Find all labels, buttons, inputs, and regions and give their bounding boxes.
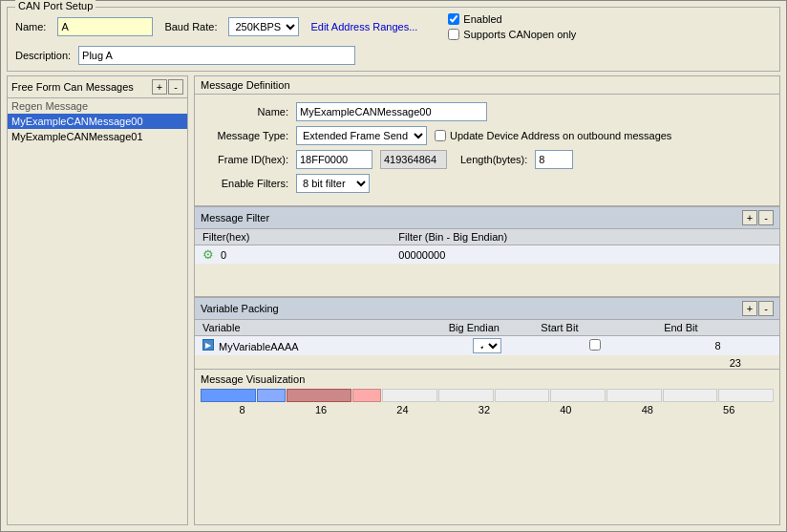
- top-row2: Description:: [15, 46, 772, 65]
- msg-type-select[interactable]: Extended Frame Send Standard Frame Send: [296, 126, 427, 145]
- add-message-button[interactable]: +: [152, 79, 167, 95]
- length-label: Length(bytes):: [460, 154, 527, 165]
- viz-block-blue2: [257, 389, 286, 402]
- var-startbit-val: 8: [656, 336, 779, 356]
- enabled-checkbox[interactable]: [448, 13, 459, 25]
- viz-block-empty5: [606, 389, 662, 402]
- left-panel-title: Free Form Can Messages: [11, 81, 134, 93]
- update-address-label: Update Device Address on outbound messag…: [450, 130, 671, 141]
- end-bit-display: 23: [195, 355, 779, 369]
- add-filter-button[interactable]: +: [742, 210, 757, 225]
- variable-table: Variable Big Endian Start Bit End Bit My…: [195, 320, 779, 355]
- filter-section-title: Message Filter: [201, 212, 269, 223]
- name-input[interactable]: [57, 17, 153, 36]
- filter-table: Filter(hex) Filter (Bin - Big Endian) ⚙ …: [195, 229, 779, 264]
- left-panel-buttons: + -: [152, 79, 183, 95]
- var-bigendian-cell: ✓: [441, 336, 534, 356]
- viz-label-48: 48: [642, 404, 653, 415]
- variable-icon: [202, 339, 214, 351]
- canopen-label: Supports CANopen only: [463, 29, 576, 40]
- update-address-checkbox[interactable]: [435, 130, 446, 141]
- message-visualization-section: Message Visualization: [195, 370, 779, 419]
- filter-section-header: Message Filter + -: [195, 206, 779, 229]
- list-item[interactable]: MyExampleCANMessage01: [8, 129, 187, 144]
- edit-address-ranges-link[interactable]: Edit Address Ranges...: [310, 21, 417, 32]
- viz-blocks: [201, 389, 774, 402]
- viz-label-32: 32: [479, 404, 490, 415]
- viz-block-empty2: [438, 389, 494, 402]
- var-buttons: + -: [742, 301, 774, 316]
- viz-title: Message Visualization: [201, 373, 774, 385]
- list-item[interactable]: Regen Message: [8, 98, 187, 114]
- message-list: Regen Message MyExampleCANMessage00 MyEx…: [8, 98, 187, 524]
- length-input[interactable]: [535, 150, 573, 169]
- var-startbit-cell: [533, 336, 656, 356]
- viz-labels: 8 16 24 32 40 48 56: [201, 404, 774, 415]
- filter-hex-value: 0: [221, 249, 226, 261]
- filter-enable-label: Enable Filters:: [202, 178, 288, 189]
- baud-rate-label: Baud Rate:: [164, 21, 217, 32]
- big-endian-select[interactable]: ✓: [473, 338, 501, 353]
- viz-label-40: 40: [560, 404, 571, 415]
- can-port-setup-title: CAN Port Setup: [15, 0, 96, 11]
- enabled-checkbox-group: Enabled: [448, 13, 576, 25]
- filter-buttons: + -: [742, 210, 774, 225]
- filter-type-select[interactable]: 8 bit filter None 16 bit filter: [296, 174, 370, 193]
- canopen-checkbox-group: Supports CANopen only: [448, 29, 576, 40]
- msg-name-input[interactable]: [296, 102, 487, 121]
- viz-block-empty4: [550, 389, 606, 402]
- viz-block-empty7: [718, 389, 774, 402]
- filter-enable-row: Enable Filters: 8 bit filter None 16 bit…: [202, 174, 772, 193]
- left-panel: Free Form Can Messages + - Regen Message…: [7, 75, 188, 525]
- top-row1: Name: Baud Rate: 250KBPS 125KBPS 500KBPS…: [15, 13, 772, 40]
- frame-id-hex-input[interactable]: [296, 150, 372, 169]
- big-endian-check[interactable]: [589, 339, 601, 351]
- filter-hex-cell: ⚙ 0: [195, 245, 391, 265]
- viz-label-8: 8: [240, 404, 245, 415]
- filter-icon: ⚙: [202, 247, 214, 262]
- remove-message-button[interactable]: -: [168, 79, 183, 95]
- var-col3: Start Bit: [533, 320, 656, 336]
- name-label: Name:: [15, 21, 46, 32]
- right-panel: Message Definition Name: Message Type: E…: [194, 75, 780, 525]
- remove-variable-button[interactable]: -: [758, 301, 774, 316]
- viz-block-blue1: [201, 389, 256, 402]
- enabled-label: Enabled: [463, 13, 501, 25]
- can-port-setup-group: CAN Port Setup Name: Baud Rate: 250KBPS …: [7, 7, 780, 72]
- filter-col1: Filter(hex): [195, 229, 391, 245]
- main-window: CAN Port Setup Name: Baud Rate: 250KBPS …: [0, 0, 787, 532]
- message-definition-title: Message Definition: [195, 76, 779, 95]
- msg-name-label: Name:: [202, 106, 288, 117]
- end-bit-value: 23: [730, 357, 741, 369]
- frame-id-label: Frame ID(hex):: [202, 154, 288, 165]
- viz-block-pink2: [352, 389, 381, 402]
- viz-label-56: 56: [723, 404, 734, 415]
- message-definition: Name: Message Type: Extended Frame Send …: [195, 95, 779, 206]
- main-content: Free Form Can Messages + - Regen Message…: [7, 75, 780, 525]
- list-item[interactable]: MyExampleCANMessage00: [8, 114, 187, 129]
- viz-block-empty1: [382, 389, 437, 402]
- baud-rate-select[interactable]: 250KBPS 125KBPS 500KBPS 1MBPS: [228, 17, 299, 36]
- enabled-section: Enabled Supports CANopen only: [448, 13, 576, 40]
- var-col1: Variable: [195, 320, 441, 336]
- table-row[interactable]: ⚙ 0 00000000: [195, 245, 779, 265]
- viz-label-24: 24: [396, 404, 408, 415]
- variable-packing-section: Variable Packing + - Variable Big Endian…: [195, 297, 779, 370]
- filter-section: Message Filter + - Filter(hex) Filter (B…: [195, 206, 779, 297]
- var-section-header: Variable Packing + -: [195, 297, 779, 320]
- viz-block-pink1: [287, 389, 352, 402]
- msg-type-label: Message Type:: [202, 130, 288, 141]
- frame-id-row: Frame ID(hex): Length(bytes):: [202, 150, 772, 169]
- update-address-group: Update Device Address on outbound messag…: [435, 130, 671, 141]
- msg-name-row: Name:: [202, 102, 772, 121]
- table-row[interactable]: MyVariableAAAA ✓ 8: [195, 336, 779, 356]
- remove-filter-button[interactable]: -: [758, 210, 774, 225]
- viz-block-empty6: [663, 389, 718, 402]
- var-col4: End Bit: [656, 320, 779, 336]
- desc-input[interactable]: [78, 46, 355, 65]
- viz-bar: [201, 389, 774, 402]
- add-variable-button[interactable]: +: [742, 301, 757, 316]
- var-col2: Big Endian: [441, 320, 534, 336]
- viz-block-empty3: [495, 389, 550, 402]
- canopen-checkbox[interactable]: [448, 29, 459, 40]
